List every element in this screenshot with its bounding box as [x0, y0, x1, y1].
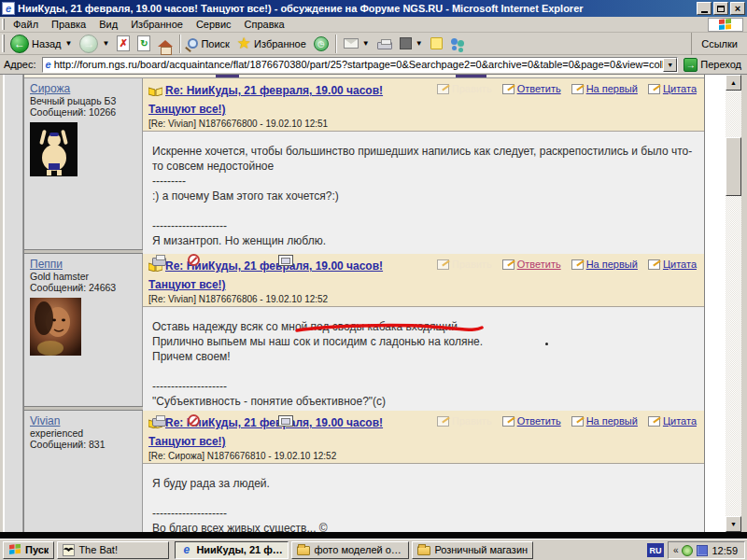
address-url[interactable]: http://forum.ngs.ru/board/acquaintance/f… — [54, 59, 664, 70]
menu-help[interactable]: Справка — [238, 18, 291, 31]
quote-link[interactable]: Цитата — [648, 415, 697, 427]
window-title: НииКуды, 21 февраля, 19.00 часов! Танцую… — [18, 3, 695, 14]
go-label: Переход — [700, 59, 741, 70]
post-title-link[interactable]: Re: НииКуды, 21 февраля, 19.00 часов! Та… — [148, 259, 383, 291]
quote-link[interactable]: Цитата — [648, 83, 697, 94]
edit-post-link: Править — [437, 83, 492, 94]
reply-link[interactable]: Ответить — [502, 83, 561, 94]
history-icon: ◷ — [314, 36, 329, 51]
tray-icq-icon[interactable] — [682, 545, 693, 556]
post-message-cell: Re: НииКуды, 21 февраля, 19.00 часов! Та… — [143, 411, 704, 536]
back-dropdown-icon[interactable]: ▼ — [65, 39, 73, 48]
taskbar-item-folder-photos[interactable]: фото моделей отрисова... — [291, 541, 409, 559]
card-icon[interactable] — [278, 415, 293, 427]
toolbar-grip[interactable] — [2, 19, 5, 31]
post-meta: [Re: Vivian] N1876676800 - 19.02.10 12:5… — [148, 119, 430, 129]
go-button[interactable]: → Переход — [678, 56, 747, 74]
post-message-cell: Re: НииКуды, 21 февраля, 19.00 часов! Та… — [143, 254, 704, 406]
menu-tools[interactable]: Сервис — [190, 18, 238, 31]
ignore-icon[interactable] — [188, 414, 200, 427]
start-button[interactable]: Пуск — [3, 541, 54, 559]
edit-button[interactable]: ▼ — [396, 34, 427, 54]
taskbar-item-ie-active[interactable]: e НииКуды, 21 февра... — [175, 541, 289, 559]
author-link[interactable]: Сирожа — [30, 82, 70, 95]
author-link[interactable]: Пеппи — [30, 258, 63, 271]
post-text: Искренне хочется, чтобы большинство приш… — [152, 144, 693, 248]
language-indicator[interactable]: RU — [647, 543, 664, 557]
favorites-label: Избранное — [254, 38, 306, 49]
close-button[interactable]: × — [730, 2, 745, 15]
print-post-icon[interactable] — [152, 258, 166, 266]
card-icon[interactable] — [278, 255, 293, 266]
to-first-link[interactable]: На первый — [571, 415, 638, 427]
ignore-icon[interactable] — [188, 254, 200, 266]
tray-app-icon[interactable] — [697, 545, 708, 556]
taskbar-item-thebat[interactable]: The Bat! — [57, 541, 169, 559]
taskbar-item-label: НииКуды, 21 февра... — [196, 544, 283, 555]
post-title-link[interactable]: Re: НииКуды, 21 февраля, 19.00 часов! Та… — [148, 84, 383, 116]
post-body: Искренне хочется, чтобы большинство приш… — [143, 132, 704, 272]
reply-link[interactable]: Ответить — [502, 415, 561, 427]
forward-button[interactable]: → ▼ — [76, 34, 113, 54]
folder-icon — [297, 546, 310, 555]
stop-button[interactable]: ✗ — [113, 34, 134, 54]
taskbar-item-folder-shop[interactable]: Розничный магазин — [412, 541, 533, 559]
refresh-icon: ↻ — [137, 35, 150, 51]
to-first-link[interactable]: На первый — [571, 259, 638, 270]
menu-file[interactable]: Файл — [7, 18, 45, 31]
print-icon — [377, 42, 392, 49]
menu-view[interactable]: Вид — [92, 18, 124, 31]
browser-viewport: Сирожа Вечный рыцарь Б3 Сообщений: 10266 — [0, 75, 747, 532]
messenger-icon — [450, 37, 465, 50]
discuss-button[interactable] — [427, 34, 446, 54]
post-meta: [Re: Сирожа] N1876676810 - 19.02.10 12:5… — [148, 451, 430, 461]
tray-collapse-icon[interactable]: « — [673, 545, 679, 555]
post-meta: [Re: Vivian] N1876676806 - 19.02.10 12:5… — [148, 294, 430, 304]
mail-button[interactable]: ▼ — [340, 34, 374, 54]
mail-icon — [344, 38, 359, 49]
favorites-button[interactable]: ★ Избранное — [233, 34, 310, 54]
restore-button[interactable] — [713, 2, 728, 15]
links-bar[interactable]: Ссылки — [691, 33, 745, 55]
home-button[interactable] — [154, 34, 176, 54]
refresh-button[interactable]: ↻ — [134, 34, 154, 54]
previous-post-cutoff — [24, 75, 704, 78]
window-titlebar: e НииКуды, 21 февраля, 19.00 часов! Танц… — [0, 0, 747, 17]
edit-post-link: Править — [437, 259, 492, 270]
search-button[interactable]: Поиск — [184, 34, 233, 54]
post-title-link[interactable]: Re: НииКуды, 21 февраля, 19.00 часов! Та… — [148, 416, 383, 448]
edit-dropdown-icon[interactable]: ▼ — [416, 39, 423, 48]
vertical-scrollbar[interactable]: ▲ ▼ — [726, 75, 741, 532]
messenger-button[interactable] — [446, 34, 469, 54]
address-input[interactable]: e http://forum.ngs.ru/board/acquaintance… — [42, 57, 679, 73]
print-button[interactable] — [374, 34, 396, 54]
book-icon — [148, 83, 162, 100]
author-post-count: Сообщений: 24663 — [30, 282, 138, 293]
history-button[interactable]: ◷ — [310, 34, 332, 54]
address-dropdown-icon[interactable]: ▼ — [663, 58, 677, 72]
scrollbar-thumb[interactable] — [726, 137, 741, 196]
scroll-down-icon[interactable]: ▼ — [726, 516, 741, 532]
author-link[interactable]: Vivian — [30, 414, 60, 427]
menu-favorites[interactable]: Избранное — [124, 18, 190, 31]
to-first-link[interactable]: На первый — [571, 83, 638, 94]
edit-post-link: Править — [437, 415, 492, 427]
reply-link[interactable]: Ответить — [502, 259, 561, 270]
reply-icon — [502, 259, 514, 270]
post-actions: Править Ответить На первый Цитата — [430, 257, 698, 270]
mail-dropdown-icon[interactable]: ▼ — [362, 39, 370, 48]
post-author-cell: Vivian experienced Сообщений: 831 — [24, 411, 143, 536]
ie-toolbar: ← Назад ▼ → ▼ ✗ ↻ Поиск ★ Избранное ◷ ▼ … — [0, 33, 747, 55]
windows-flag-icon — [8, 544, 21, 555]
print-post-icon[interactable] — [152, 418, 166, 427]
forward-dropdown-icon[interactable]: ▼ — [102, 39, 109, 48]
toolbar-grip[interactable] — [2, 35, 5, 51]
scroll-up-icon[interactable]: ▲ — [726, 75, 741, 91]
back-button[interactable]: ← Назад ▼ — [7, 34, 76, 54]
page-icon: e — [43, 59, 54, 70]
ink-dot — [545, 343, 548, 345]
minimize-button[interactable] — [697, 2, 712, 15]
menu-edit[interactable]: Правка — [45, 18, 92, 31]
to-first-icon — [571, 416, 584, 427]
quote-link[interactable]: Цитата — [648, 259, 697, 270]
